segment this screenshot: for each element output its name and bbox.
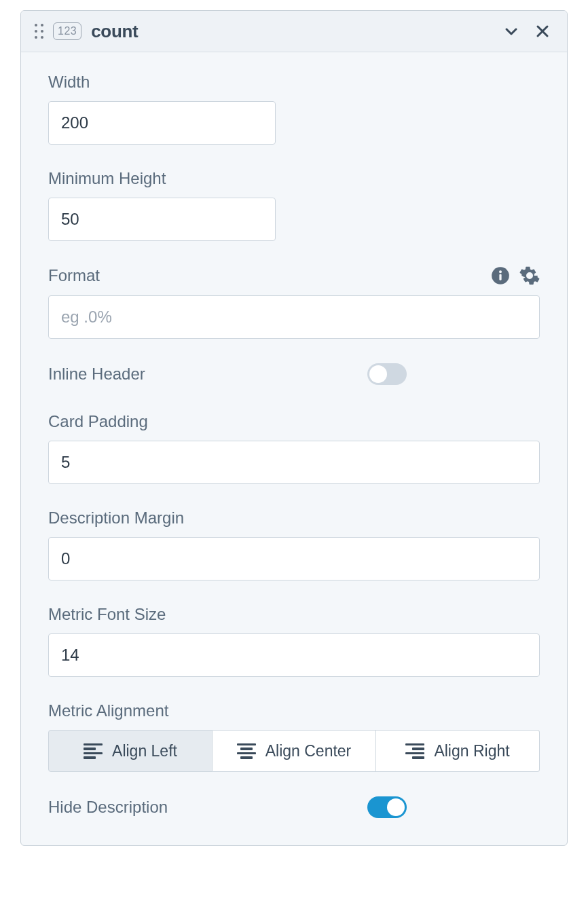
align-center-button[interactable]: Align Center bbox=[213, 730, 376, 772]
drag-handle-icon[interactable] bbox=[35, 24, 43, 39]
panel-title: count bbox=[91, 21, 138, 42]
metric-alignment-field: Metric Alignment Align Left Align Center bbox=[48, 701, 540, 772]
description-margin-field: Description Margin bbox=[48, 509, 540, 580]
width-field: Width bbox=[48, 73, 540, 145]
width-input[interactable] bbox=[48, 101, 276, 145]
align-right-icon bbox=[405, 743, 424, 759]
field-type-badge: 123 bbox=[53, 22, 81, 40]
svg-point-2 bbox=[499, 270, 502, 273]
toggle-knob bbox=[369, 365, 387, 383]
metric-alignment-label: Metric Alignment bbox=[48, 701, 540, 720]
description-margin-label: Description Margin bbox=[48, 509, 540, 528]
card-padding-input[interactable] bbox=[48, 441, 540, 484]
metric-font-size-field: Metric Font Size bbox=[48, 605, 540, 677]
hide-description-toggle[interactable] bbox=[367, 796, 407, 818]
align-left-icon bbox=[84, 743, 103, 759]
close-button[interactable] bbox=[532, 20, 553, 42]
collapse-button[interactable] bbox=[500, 20, 522, 42]
toggle-knob bbox=[387, 798, 405, 816]
panel-header: 123 count bbox=[21, 11, 567, 52]
svg-rect-1 bbox=[499, 274, 501, 280]
align-right-text: Align Right bbox=[434, 742, 509, 760]
format-input[interactable] bbox=[48, 295, 540, 339]
chevron-down-icon bbox=[503, 23, 519, 39]
align-left-text: Align Left bbox=[112, 742, 177, 760]
format-info-button[interactable] bbox=[491, 266, 510, 285]
min-height-input[interactable] bbox=[48, 198, 276, 241]
panel-body: Width Minimum Height Format Inline Heade… bbox=[21, 52, 567, 845]
info-icon bbox=[491, 266, 510, 285]
card-padding-field: Card Padding bbox=[48, 412, 540, 484]
metric-font-size-input[interactable] bbox=[48, 633, 540, 677]
align-center-icon bbox=[237, 743, 256, 759]
hide-description-label: Hide Description bbox=[48, 798, 367, 817]
hide-description-field: Hide Description bbox=[48, 796, 540, 818]
config-panel: 123 count Width Minimum Height Format bbox=[20, 10, 568, 846]
align-right-button[interactable]: Align Right bbox=[376, 730, 540, 772]
format-field: Format bbox=[48, 265, 540, 339]
min-height-field: Minimum Height bbox=[48, 169, 540, 241]
metric-alignment-group: Align Left Align Center Align Right bbox=[48, 730, 540, 772]
min-height-label: Minimum Height bbox=[48, 169, 540, 188]
inline-header-label: Inline Header bbox=[48, 365, 367, 384]
inline-header-toggle[interactable] bbox=[367, 363, 407, 385]
gear-icon bbox=[519, 265, 540, 286]
card-padding-label: Card Padding bbox=[48, 412, 540, 431]
align-center-text: Align Center bbox=[265, 742, 352, 760]
inline-header-field: Inline Header bbox=[48, 363, 540, 385]
format-label: Format bbox=[48, 266, 481, 285]
metric-font-size-label: Metric Font Size bbox=[48, 605, 540, 624]
width-label: Width bbox=[48, 73, 540, 92]
align-left-button[interactable]: Align Left bbox=[48, 730, 213, 772]
format-settings-button[interactable] bbox=[519, 265, 540, 286]
close-icon bbox=[534, 23, 551, 39]
description-margin-input[interactable] bbox=[48, 537, 540, 580]
